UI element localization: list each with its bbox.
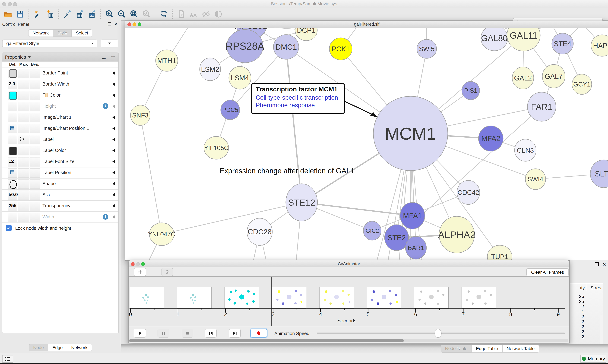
cyanimator-titlebar[interactable]: CyAnimator	[129, 260, 569, 268]
mapping-cell[interactable]	[18, 113, 29, 122]
tab-node[interactable]: Node	[29, 344, 48, 351]
bypass-cell[interactable]	[30, 124, 40, 133]
table-cell-value[interactable]: 1	[581, 309, 584, 314]
tab-style[interactable]: Style	[53, 29, 71, 37]
collapse-arrow-icon[interactable]	[112, 193, 115, 196]
clear-all-frames-button[interactable]: Clear All Frames	[526, 268, 569, 276]
mapping-cell[interactable]	[18, 213, 29, 222]
tab-network[interactable]: Network	[28, 29, 53, 37]
node-gic2[interactable]: GIC2	[363, 221, 381, 240]
timeline[interactable]	[129, 276, 569, 326]
property-row-border-width[interactable]: 2.0Border Width	[2, 78, 118, 90]
node-pis1[interactable]: PIS1	[462, 81, 480, 100]
column-centrality[interactable]: ity	[580, 285, 585, 290]
tab-network[interactable]: Network	[67, 344, 92, 351]
open-session-icon[interactable]	[3, 9, 13, 19]
color-swatch[interactable]	[9, 91, 17, 100]
node-ynl047c[interactable]: YNL047C	[148, 223, 175, 246]
bypass-cell[interactable]	[30, 157, 40, 167]
default-value-cell[interactable]	[8, 213, 17, 222]
zoom-out-icon[interactable]	[117, 9, 127, 19]
close-panel-icon[interactable]: ✕	[602, 261, 607, 267]
mapping-cell[interactable]	[18, 146, 29, 156]
tab-edge[interactable]: Edge	[48, 344, 67, 351]
node-ste2[interactable]: STE2	[385, 225, 409, 251]
node-far1[interactable]: FAR1	[527, 92, 556, 121]
collapse-arrow-icon[interactable]	[112, 171, 115, 174]
bypass-cell[interactable]	[30, 113, 40, 122]
skip-start-button[interactable]	[205, 329, 217, 338]
export-network-icon[interactable]	[62, 9, 72, 19]
shape-preview[interactable]	[10, 180, 17, 189]
collapse-arrow-icon[interactable]	[112, 160, 115, 163]
default-value-cell[interactable]	[8, 113, 17, 122]
bypass-cell[interactable]	[30, 135, 40, 144]
column-stress[interactable]: Stres	[590, 285, 601, 290]
info-icon[interactable]: i	[103, 103, 108, 109]
node-cdc28[interactable]: CDC28	[247, 218, 272, 246]
task-history-button[interactable]	[2, 355, 13, 363]
memory-button[interactable]: Memory	[580, 355, 607, 363]
import-table-icon[interactable]	[45, 9, 55, 19]
property-row-shape[interactable]: Shape	[2, 178, 118, 189]
pause-button[interactable]	[158, 329, 169, 338]
property-row-image-chart-position-1[interactable]: Image/Chart Position 1	[2, 123, 118, 134]
zoom-fit-icon[interactable]	[129, 9, 139, 19]
collapse-arrow-icon[interactable]	[112, 82, 115, 86]
default-value[interactable]: 255	[9, 203, 28, 208]
frame-thumbnail-2[interactable]	[224, 287, 259, 308]
frame-thumbnail-3[interactable]	[272, 287, 306, 308]
node-dcp1[interactable]: DCP1	[295, 28, 317, 41]
collapse-arrow-icon[interactable]	[112, 138, 115, 141]
table-cell-value[interactable]: 25	[579, 299, 584, 304]
node-mth1[interactable]: MTH1	[156, 50, 178, 71]
property-row-transparency[interactable]: 255Transparency	[2, 200, 118, 211]
collapse-arrow-icon[interactable]	[112, 116, 115, 119]
node-snf3[interactable]: SNF3	[130, 105, 150, 125]
node-table-header[interactable]: ity Stres	[570, 283, 603, 292]
timeline-scrollbar[interactable]	[129, 339, 568, 342]
default-value-cell[interactable]	[8, 102, 17, 111]
zoom-selected-icon[interactable]	[141, 9, 151, 19]
node-cln3[interactable]: CLN3	[515, 139, 536, 161]
frame-thumbnail-1[interactable]	[177, 287, 211, 308]
bypass-cell[interactable]	[30, 213, 40, 222]
mapping-cell[interactable]	[18, 180, 29, 189]
node-mcm1[interactable]: MCM1	[373, 96, 448, 171]
annotation-link[interactable]: Pheromone response	[256, 102, 315, 109]
bypass-cell[interactable]	[30, 69, 40, 78]
play-button[interactable]	[134, 329, 146, 338]
table-cell-value[interactable]: 2	[581, 329, 584, 334]
style-options-button[interactable]	[101, 39, 118, 47]
table-cell-value[interactable]: 2	[581, 324, 584, 329]
property-row-border-paint[interactable]: Border Paint	[2, 67, 118, 78]
edge[interactable]	[140, 115, 162, 234]
lock-size-checkbox[interactable]: ✓	[6, 225, 12, 231]
node-hap2[interactable]: HAP2	[591, 35, 608, 56]
export-image-icon[interactable]	[87, 9, 97, 19]
bundle-edges-icon[interactable]	[189, 9, 199, 19]
apply-layout-icon[interactable]	[159, 9, 169, 19]
expand-all-icon[interactable]: ⌄⌄	[101, 55, 105, 60]
network-canvas[interactable]: RPS28BRPS28ADCP1DMC1PCK1SWI5GAL80GAL11ST…	[125, 28, 608, 260]
node-pdc5[interactable]: PDC5	[221, 100, 240, 120]
mapping-cell[interactable]	[18, 169, 29, 178]
node-ste4[interactable]: STE4	[552, 33, 573, 54]
node-yil105c[interactable]: YIL105C	[204, 136, 229, 159]
skip-end-button[interactable]	[229, 329, 241, 338]
node-lsm4[interactable]: LSM4	[229, 66, 251, 89]
default-value[interactable]: 50.0	[9, 192, 28, 197]
table-cell-value[interactable]: 2	[581, 319, 584, 324]
property-row-label-position[interactable]: Label Position	[2, 167, 118, 178]
bypass-cell[interactable]	[30, 191, 40, 200]
annotation-box[interactable]: Transcription factor MCM1 Cell-type-spec…	[251, 83, 345, 114]
frame-thumbnail-0[interactable]	[130, 287, 164, 308]
stop-button[interactable]	[182, 329, 193, 338]
edge[interactable]	[286, 47, 302, 202]
default-value[interactable]: 2.0	[9, 81, 28, 87]
bypass-cell[interactable]	[30, 102, 40, 111]
bypass-cell[interactable]	[30, 169, 40, 178]
node-pck1[interactable]: PCK1	[329, 38, 352, 60]
bypass-cell[interactable]	[30, 146, 40, 156]
collapse-arrow-icon[interactable]	[112, 182, 115, 185]
